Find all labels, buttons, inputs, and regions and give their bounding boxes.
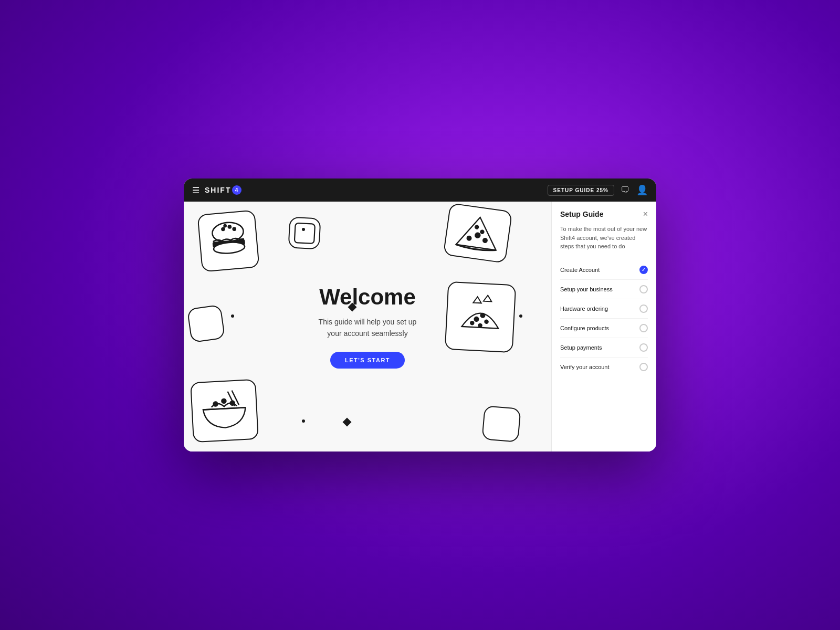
welcome-panel: Welcome This guide will help you set up … [184,202,551,452]
step-label-2: Hardware ordering [560,306,608,312]
setup-guide-nav-button[interactable]: SETUP GUIDE 25% [548,185,614,196]
chat-icon[interactable]: 🗨 [621,185,630,196]
setup-guide-panel: Setup Guide × To make the most out of yo… [551,202,656,452]
diamond-2 [343,418,352,427]
svg-point-20 [222,399,226,403]
empty-square-bottom-icon [481,405,521,443]
dot-4 [302,419,305,423]
step-radio-4[interactable] [639,343,648,352]
svg-point-15 [470,321,474,325]
panel-title: Setup Guide [560,210,603,218]
svg-point-4 [224,224,226,227]
step-label-0: Create Account [560,267,600,273]
svg-point-17 [478,323,482,327]
step-item-1[interactable]: Setup your business [560,280,648,299]
step-label-4: Setup payments [560,344,602,351]
svg-point-11 [475,225,478,229]
step-label-5: Verify your account [560,364,610,370]
svg-point-3 [233,227,236,230]
dot-2 [231,314,234,318]
logo-badge: 4 [232,185,242,195]
svg-point-16 [485,320,488,323]
svg-point-13 [474,317,478,321]
step-item-5[interactable]: Verify your account [560,358,648,376]
browser-window: ☰ SHIFT 4 SETUP GUIDE 25% 🗨 👤 [184,178,656,452]
navbar-right: SETUP GUIDE 25% 🗨 👤 [548,184,648,196]
lets-start-button[interactable]: LET'S START [330,352,405,369]
step-list: Create AccountSetup your businessHardwar… [560,260,648,376]
svg-point-10 [482,238,487,243]
hamburger-icon[interactable]: ☰ [192,185,200,195]
card-icon [288,216,321,249]
svg-point-2 [228,225,231,228]
step-item-2[interactable]: Hardware ordering [560,299,648,319]
svg-point-12 [480,230,484,234]
welcome-subtitle: This guide will help you set up your acc… [319,316,417,340]
bowl-icon [190,379,259,443]
burger-icon [197,209,259,272]
step-radio-1[interactable] [639,285,648,293]
navbar: ☰ SHIFT 4 SETUP GUIDE 25% 🗨 👤 [184,178,656,202]
step-label-1: Setup your business [560,286,613,292]
user-icon[interactable]: 👤 [636,184,648,196]
main-area: Welcome This guide will help you set up … [184,202,656,452]
step-radio-5[interactable] [639,363,648,371]
step-item-3[interactable]: Configure products [560,319,648,338]
svg-rect-7 [294,223,314,243]
dot-1 [302,228,305,231]
pizza-icon [443,203,513,264]
close-panel-button[interactable]: × [643,210,648,218]
step-item-4[interactable]: Setup payments [560,338,648,358]
logo: SHIFT 4 [205,185,242,195]
svg-point-9 [467,236,471,240]
panel-header: Setup Guide × [560,210,648,218]
svg-point-1 [222,227,225,230]
welcome-title: Welcome [319,285,417,310]
step-label-3: Configure products [560,325,609,331]
step-radio-2[interactable] [639,304,648,313]
svg-point-14 [480,313,485,317]
step-radio-3[interactable] [639,324,648,332]
step-radio-0[interactable] [639,266,648,274]
panel-description: To make the most out of your new Shift4 … [560,225,648,251]
svg-point-19 [213,402,217,406]
taco-icon [445,281,517,353]
step-item-0[interactable]: Create Account [560,260,648,280]
dot-3 [519,314,522,318]
svg-point-8 [475,233,480,238]
logo-text: SHIFT [205,186,231,194]
welcome-content: Welcome This guide will help you set up … [319,285,417,369]
empty-square-top-icon [187,304,225,343]
navbar-left: ☰ SHIFT 4 [192,185,242,195]
